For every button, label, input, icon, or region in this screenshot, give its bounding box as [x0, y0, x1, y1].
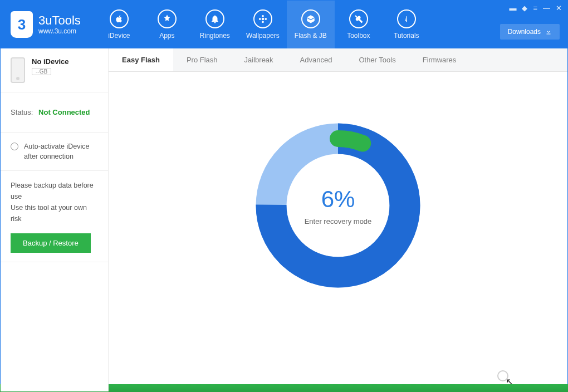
status-value: Not Connected — [38, 108, 90, 116]
nav-ringtones[interactable]: Ringtones — [191, 1, 239, 48]
downloads-label: Downloads — [508, 28, 541, 36]
svg-point-2 — [262, 21, 264, 23]
app-site: www.3u.com — [38, 28, 81, 36]
svg-point-0 — [262, 18, 265, 21]
box-open-icon — [301, 9, 320, 28]
appstore-icon — [158, 9, 177, 28]
progress-percent: 6% — [321, 186, 355, 213]
tab-pro-flash[interactable]: Pro Flash — [173, 48, 231, 71]
nav-label: iDevice — [108, 32, 130, 40]
main-pane: 6% Enter recovery mode ↖ — [109, 72, 567, 391]
logo-badge-icon: 3 — [11, 11, 33, 38]
tab-jailbreak[interactable]: Jailbreak — [231, 48, 287, 71]
skin-icon[interactable]: ◆ — [522, 4, 527, 12]
nav-label: Toolbox — [347, 32, 370, 40]
window-controls: ▬ ◆ ≡ — ✕ — [509, 4, 562, 12]
status-label: Status: — [11, 108, 33, 116]
device-title: No iDevice — [32, 57, 68, 66]
device-capacity: --GB — [32, 68, 51, 75]
logo-texts: 3uTools www.3u.com — [38, 13, 81, 35]
nav-toolbox[interactable]: Toolbox — [335, 1, 383, 48]
auto-activate-block: Auto-activate iDevice after connection — [1, 133, 108, 171]
warn-line-1: Please backup data before use — [11, 180, 98, 202]
backup-block: Please backup data before use Use this t… — [1, 171, 108, 262]
device-thumb-icon — [11, 57, 25, 83]
topbar: 3 3uTools www.3u.com iDevice Apps Ringto… — [1, 1, 567, 48]
warn-line-2: Use this tool at your own risk — [11, 202, 98, 224]
nav-tutorials[interactable]: i Tutorials — [383, 1, 430, 48]
nav-label: Wallpapers — [246, 32, 280, 40]
sidebar: No iDevice --GB Status: Not Connected Au… — [1, 48, 109, 391]
nav-wallpapers[interactable]: Wallpapers — [239, 1, 287, 48]
close-icon[interactable]: ✕ — [556, 4, 562, 12]
radio-icon — [11, 143, 18, 150]
svg-point-4 — [265, 18, 267, 20]
app-window: 3 3uTools www.3u.com iDevice Apps Ringto… — [0, 0, 568, 392]
nav-label: Apps — [159, 32, 174, 40]
flower-icon — [253, 9, 272, 28]
svg-point-3 — [259, 18, 261, 20]
tab-other-tools[interactable]: Other Tools — [345, 48, 409, 71]
tab-firmwares[interactable]: Firmwares — [409, 48, 470, 71]
auto-activate-label: Auto-activate iDevice after connection — [24, 141, 98, 161]
progress-ring: 6% Enter recovery mode — [254, 122, 422, 289]
top-nav: iDevice Apps Ringtones Wallpapers Flash … — [95, 1, 567, 48]
nav-label: Tutorials — [394, 32, 419, 40]
app-title: 3uTools — [38, 13, 81, 27]
svg-text:i: i — [405, 15, 407, 23]
tools-icon — [349, 9, 368, 28]
logo-area: 3 3uTools www.3u.com — [1, 1, 95, 48]
nav-label: Ringtones — [200, 32, 230, 40]
nav-label: Flash & JB — [295, 32, 327, 40]
downloads-button[interactable]: Downloads — [500, 24, 560, 40]
body: No iDevice --GB Status: Not Connected Au… — [1, 72, 567, 391]
nav-idevice[interactable]: iDevice — [95, 1, 143, 48]
device-block: No iDevice --GB — [1, 48, 108, 92]
backup-restore-button[interactable]: Backup / Restore — [11, 233, 91, 253]
tab-advanced[interactable]: Advanced — [287, 48, 346, 71]
minimize-icon[interactable]: — — [543, 4, 550, 12]
status-line: Status: Not Connected — [1, 92, 108, 133]
nav-flash-jb[interactable]: Flash & JB — [287, 1, 335, 48]
apple-icon — [110, 9, 129, 28]
auto-activate-option[interactable]: Auto-activate iDevice after connection — [11, 141, 98, 161]
progress-caption: Enter recovery mode — [305, 217, 372, 226]
download-icon — [545, 28, 552, 35]
bell-icon — [205, 9, 224, 28]
feedback-icon[interactable]: ▬ — [509, 4, 516, 12]
nav-apps[interactable]: Apps — [143, 1, 191, 48]
settings-icon[interactable]: ≡ — [533, 4, 537, 12]
svg-point-1 — [262, 15, 264, 17]
info-icon: i — [397, 9, 416, 28]
tab-easy-flash[interactable]: Easy Flash — [109, 48, 173, 71]
